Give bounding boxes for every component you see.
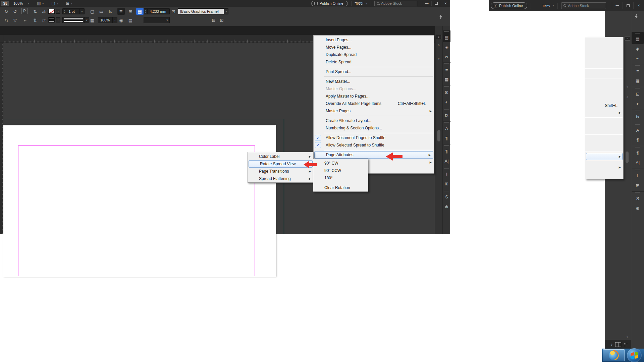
chevron-down-icon[interactable]: ∨ bbox=[438, 57, 440, 60]
publish-online-button[interactable]: ↑ Publish Online bbox=[311, 1, 348, 6]
menu-item-master-options[interactable]: ✓ Master Options... ▶ bbox=[314, 85, 434, 93]
menu-separator[interactable] bbox=[313, 182, 368, 184]
scripts-panel-icon[interactable]: S bbox=[443, 190, 450, 202]
object-styles-panel-icon[interactable]: ⊞ bbox=[633, 181, 642, 190]
scrollbar-thumb[interactable] bbox=[626, 152, 629, 163]
minimize-button[interactable]: — bbox=[422, 1, 431, 6]
stroke-weight-field[interactable]: ∧∨ 1 pt ∨ bbox=[62, 8, 85, 14]
align-panel-icon[interactable]: ‖ bbox=[632, 169, 644, 181]
align-indent-icon[interactable]: ⊞ bbox=[127, 8, 134, 15]
stroke-type-dropdown[interactable]: ∨ bbox=[62, 17, 89, 23]
chevron-up-icon[interactable]: ∧ bbox=[438, 43, 440, 46]
menu-separator[interactable] bbox=[314, 115, 434, 117]
menu-separator[interactable] bbox=[314, 66, 434, 68]
paragraph-styles-panel-icon[interactable]: ¶ bbox=[442, 133, 451, 143]
menu-item-new-master[interactable]: ✓ New Master... ▶ bbox=[314, 78, 434, 85]
stroke-panel-icon[interactable]: ≡ bbox=[632, 64, 644, 76]
pathfinder-panel-icon[interactable]: ⊡ bbox=[443, 85, 450, 97]
menu-item-override-master-items[interactable]: ✓ Override All Master Page Items Ctrl+Al… bbox=[314, 100, 434, 107]
ruler-corner[interactable] bbox=[0, 35, 3, 43]
workspace-switcher[interactable]: עימוד ∨ bbox=[542, 4, 554, 8]
gradient-panel-icon[interactable]: ◐ bbox=[442, 97, 451, 107]
rotate-cw-icon[interactable]: ↻ bbox=[3, 8, 10, 15]
minimize-button[interactable]: — bbox=[612, 2, 623, 9]
effects-fx-icon[interactable]: fx bbox=[107, 8, 114, 15]
touch-workspace-icon[interactable] bbox=[634, 14, 638, 19]
menu-separator[interactable] bbox=[314, 149, 434, 151]
resize-grip-icon[interactable] bbox=[624, 343, 627, 346]
stepper-icon[interactable]: ∧∨ bbox=[63, 9, 66, 14]
import-options-icon[interactable]: ⊟ bbox=[210, 17, 217, 23]
libraries-panel-icon[interactable]: ⊕ bbox=[442, 202, 451, 211]
publish-online-button[interactable]: ↑ Publish Online bbox=[491, 2, 527, 9]
panel-menu-icon[interactable]: ≡ bbox=[436, 35, 441, 39]
character-styles-panel-icon[interactable]: A bbox=[632, 123, 644, 135]
stroke-swatch-more-button[interactable]: › bbox=[56, 9, 60, 14]
layers-panel-icon[interactable]: ◈ bbox=[633, 44, 642, 53]
layers-panel-icon[interactable]: ◈ bbox=[442, 42, 451, 52]
submenu-item-color-label[interactable]: Color Label ▶ bbox=[248, 153, 313, 160]
submenu-item-spread-flattening[interactable]: Spread Flattening ▶ bbox=[248, 175, 313, 182]
search-input[interactable] bbox=[381, 1, 411, 5]
scripts-panel-icon[interactable]: S bbox=[632, 191, 644, 203]
menu-item-move-pages[interactable]: ✓ Move Pages... ▶ bbox=[314, 44, 434, 51]
stroke-panel-icon[interactable]: ≡ bbox=[443, 62, 450, 74]
menu-item-insert-pages[interactable]: ✓ Insert Pages... ▶ bbox=[314, 36, 434, 44]
drop-shadow-icon[interactable]: ▭ bbox=[98, 8, 105, 15]
object-style-dropdown[interactable]: [Basic Graphics Frame] bbox=[178, 8, 224, 14]
submenu-item-clear-rotation[interactable]: Clear Rotation ▶ bbox=[313, 184, 368, 191]
paragraph-styles-panel-icon[interactable]: ¶ bbox=[633, 135, 642, 144]
start-button[interactable] bbox=[627, 348, 642, 362]
vertical-ruler[interactable] bbox=[0, 43, 3, 234]
close-button[interactable]: ✕ bbox=[441, 1, 450, 6]
submenu-item-rotate-90-ccw[interactable]: 90° CCW ▶ bbox=[313, 167, 368, 174]
arrange-documents-button[interactable]: ⊞ ∨ bbox=[66, 1, 72, 6]
panel-menu-icon[interactable]: ≡ bbox=[625, 36, 630, 41]
search-input[interactable] bbox=[568, 4, 598, 8]
adobe-stock-search[interactable] bbox=[374, 1, 417, 6]
fill-swatch[interactable] bbox=[48, 17, 55, 22]
opacity-field[interactable]: 100% › bbox=[98, 17, 117, 23]
screen-mode-button[interactable]: ▢ ∨ bbox=[51, 1, 58, 6]
chevron-down-icon[interactable]: ∨ bbox=[626, 335, 629, 338]
chevron-right-icon[interactable]: › bbox=[611, 342, 612, 348]
gradient-panel-icon[interactable]: ◐ bbox=[633, 99, 642, 108]
glyphs-panel-icon[interactable]: A| bbox=[633, 158, 642, 167]
swatches-panel-icon[interactable]: ▦ bbox=[442, 74, 451, 84]
fit-frame-icon[interactable]: ⊡ bbox=[218, 17, 225, 23]
object-style-chevron-button[interactable]: ∨ bbox=[224, 8, 228, 14]
flip-horizontal-icon[interactable]: ⇆ bbox=[3, 17, 10, 23]
paragraph-panel-icon[interactable]: ¶ bbox=[632, 146, 644, 158]
grid-options-icon[interactable]: ⊡ bbox=[170, 8, 177, 15]
scrollbar-thumb[interactable] bbox=[437, 130, 440, 141]
restore-button[interactable] bbox=[623, 2, 633, 9]
split-view-icon[interactable] bbox=[615, 342, 621, 347]
menu-item-numbering-section-options[interactable]: ✓ Numbering & Section Options... ▶ bbox=[314, 124, 434, 132]
transparency-icon[interactable]: ▦ bbox=[89, 17, 96, 23]
align-panel-icon[interactable]: ‖ bbox=[443, 167, 450, 179]
touch-workspace-icon[interactable] bbox=[439, 14, 443, 19]
paragraph-tool-icon[interactable]: P bbox=[21, 8, 28, 14]
menu-item-apply-master[interactable]: ✓ Apply Master to Pages... ▶ bbox=[314, 93, 434, 100]
swatches-panel-icon[interactable]: ▦ bbox=[633, 76, 642, 85]
hierarchy-up-icon[interactable]: ⇅ bbox=[32, 8, 39, 15]
paragraph-panel-icon[interactable]: ¶ bbox=[443, 144, 450, 156]
restore-button[interactable] bbox=[431, 1, 441, 6]
menu-item-page-attributes[interactable]: ✓ Page Attributes ▶ bbox=[314, 151, 433, 159]
distribute-icon[interactable]: ▦ bbox=[136, 8, 144, 15]
flip-vertical-icon[interactable]: ▽ bbox=[11, 17, 19, 23]
workspace-switcher[interactable]: עימוד ∨ bbox=[355, 1, 367, 5]
corner-options-icon[interactable]: ▢ bbox=[89, 8, 96, 15]
links-panel-icon[interactable]: ∞ bbox=[442, 52, 451, 61]
menu-item-delete-spread[interactable]: ✓ Delete Spread ▶ bbox=[314, 58, 434, 66]
rotate-ccw-icon[interactable]: ↺ bbox=[11, 8, 19, 15]
chevron-down-icon[interactable]: ∨ bbox=[165, 17, 169, 23]
effects-panel-icon[interactable]: fx bbox=[443, 108, 450, 120]
frame-corner-icon[interactable]: ⌐ bbox=[21, 17, 29, 23]
pages-panel-icon[interactable]: ▤ bbox=[632, 32, 644, 44]
menu-item-master-pages[interactable]: ✓ Master Pages ▶ bbox=[314, 107, 434, 115]
hierarchy-down-icon[interactable]: ⇅ bbox=[32, 17, 39, 23]
menu-item-duplicate-spread[interactable]: ✓ Duplicate Spread ▶ bbox=[314, 51, 434, 58]
chevron-down-icon[interactable]: ∨ bbox=[84, 17, 89, 23]
highlighted-row-fragment[interactable] bbox=[586, 153, 623, 160]
